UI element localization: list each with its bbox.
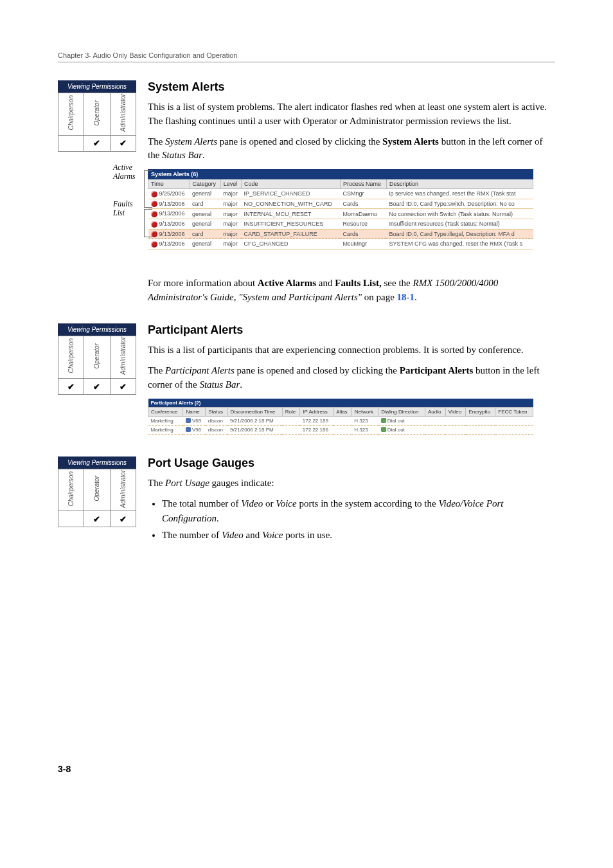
table-header: FECC Token	[495, 407, 533, 416]
system-alerts-desc: This is a list of system problems. The a…	[148, 100, 555, 129]
table-header: Network	[351, 407, 378, 416]
permissions-box-port: Viewing Permissions Chairperson Operator…	[58, 457, 136, 528]
table-header: Time	[148, 179, 190, 189]
dial-icon	[381, 427, 386, 432]
perm-role-operator: Operator	[93, 343, 100, 368]
table-header: Encryptio	[466, 407, 495, 416]
xref-link[interactable]: 18-1	[397, 292, 415, 302]
alert-icon	[151, 241, 157, 248]
permissions-title: Viewing Permissions	[58, 323, 136, 336]
check-icon: ✔	[120, 382, 127, 392]
perm-role-administrator: Administrator	[120, 94, 127, 132]
participant-icon	[186, 427, 191, 432]
perm-role-operator: Operator	[93, 476, 100, 501]
system-alerts-open: The System Alerts pane is opened and clo…	[148, 135, 555, 163]
table-header: Status	[206, 407, 227, 416]
table-header: Dialing Direction	[378, 407, 425, 416]
table-row[interactable]: MarketingV96discon9/21/2006 2:18 PM172.2…	[148, 425, 533, 434]
table-row[interactable]: 9/13/2006generalmajorCFG_CHANGEDMcuMngrS…	[148, 239, 533, 249]
table-row[interactable]: 9/13/2006generalmajorINSUFFICIENT_RESOUR…	[148, 219, 533, 229]
system-alerts-screenshot: Active Alarms Faults List System Alerts …	[148, 169, 555, 249]
table-row[interactable]: MarketingV69discon9/21/2006 2:18 PM172.2…	[148, 416, 533, 425]
perm-role-chairperson: Chairperson	[67, 338, 75, 373]
dial-icon	[381, 418, 386, 423]
table-header: Alias	[333, 407, 351, 416]
table-row[interactable]: 9/13/2006cardmajorNO_CONNECTION_WITH_CAR…	[148, 199, 533, 209]
table-header: Disconnection Time	[227, 407, 282, 416]
system-alerts-table: System Alerts (6) TimeCategoryLevelCodeP…	[148, 169, 533, 249]
participant-alerts-table: Participant Alerts (2) ConferenceNameSta…	[148, 399, 533, 435]
port-usage-heading: Port Usage Gauges	[148, 457, 555, 470]
participant-alerts-desc: This is a list of participants that are …	[148, 343, 555, 357]
permissions-box-system: Viewing Permissions Chairperson Operator…	[58, 80, 136, 152]
table-header: Name	[183, 407, 206, 416]
check-icon: ✔	[93, 514, 100, 524]
port-usage-bullet-1: The total number of Video or Voice ports…	[162, 496, 555, 525]
participant-icon	[186, 418, 191, 423]
page-number: 3-8	[58, 764, 555, 774]
check-icon: ✔	[120, 514, 127, 524]
table-header: Level	[220, 179, 241, 189]
table-header: Video	[445, 407, 466, 416]
check-icon: ✔	[67, 382, 75, 392]
permissions-box-participant: Viewing Permissions Chairperson Operator…	[58, 323, 136, 395]
system-alerts-heading: System Alerts	[148, 80, 555, 94]
check-icon: ✔	[93, 138, 100, 148]
check-icon: ✔	[120, 138, 127, 148]
running-header: Chapter 3- Audio Only Basic Configuratio…	[58, 51, 555, 62]
table-row[interactable]: 9/13/2006generalmajorINTERNAL_MCU_RESETM…	[148, 209, 533, 219]
side-label-active-alarms: Active Alarms	[113, 163, 145, 181]
table-row[interactable]: 9/13/2006cardmajorCARD_STARTUP_FAILURECa…	[148, 229, 533, 239]
port-usage-bullet-2: The number of Video and Voice ports in u…	[162, 528, 555, 543]
table-header: Process Name	[340, 179, 386, 189]
perm-role-operator: Operator	[93, 100, 100, 125]
table-header: Description	[386, 179, 533, 189]
side-label-faults-list: Faults List	[113, 199, 145, 218]
participant-alerts-heading: Participant Alerts	[148, 323, 555, 337]
table-header: Role	[282, 407, 300, 416]
perm-role-chairperson: Chairperson	[67, 95, 75, 130]
table-row[interactable]: 9/25/2006generalmajorIP_SERVICE_CHANGEDC…	[148, 189, 533, 199]
perm-role-administrator: Administrator	[120, 337, 127, 375]
system-alerts-xref: For more information about Active Alarms…	[148, 276, 555, 305]
port-usage-intro: The Port Usage gauges indicate:	[148, 476, 555, 491]
table-header: Conference	[148, 407, 183, 416]
perm-role-administrator: Administrator	[120, 470, 127, 508]
table-header: IP Address	[300, 407, 333, 416]
table-header: Category	[190, 179, 220, 189]
perm-role-chairperson: Chairperson	[67, 471, 75, 506]
check-icon: ✔	[93, 382, 100, 392]
table-header: Audio	[425, 407, 445, 416]
participant-alerts-open: The Participant Alerts pane is opened an…	[148, 364, 555, 392]
permissions-title: Viewing Permissions	[58, 457, 136, 469]
table-header: Code	[242, 179, 341, 189]
permissions-title: Viewing Permissions	[58, 80, 136, 93]
